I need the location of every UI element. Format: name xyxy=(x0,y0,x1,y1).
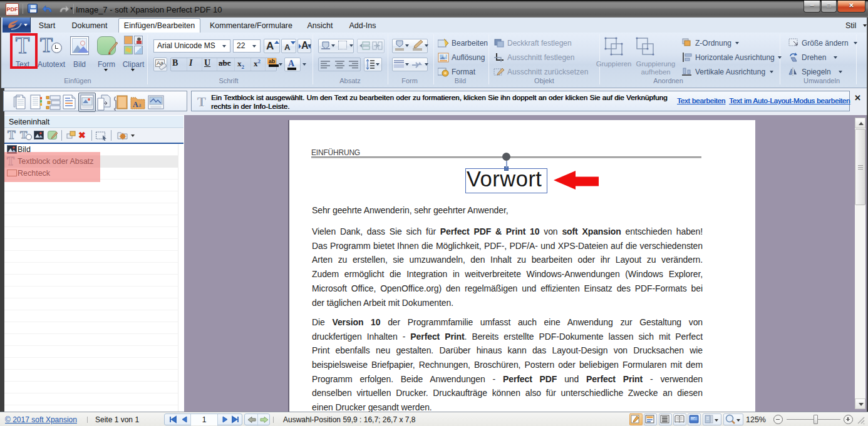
svg-text:a: a xyxy=(138,101,142,108)
svg-text:A: A xyxy=(133,100,138,109)
